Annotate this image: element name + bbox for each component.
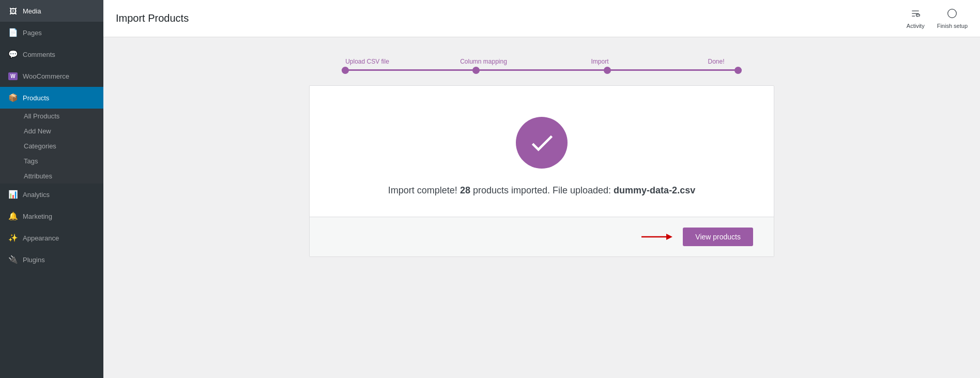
sidebar-item-label: Products (23, 94, 49, 102)
pages-icon: 📄 (8, 28, 18, 37)
sidebar-item-products[interactable]: 📦 Products (0, 87, 103, 109)
sidebar-item-label: Marketing (23, 213, 52, 220)
page-title: Import Products (116, 12, 189, 24)
import-result-card: Import complete! 28 products imported. F… (309, 85, 774, 257)
svg-marker-3 (666, 234, 672, 240)
step-dot-4 (734, 67, 742, 74)
progress-container: Upload CSV file Column mapping Import Do… (116, 50, 968, 71)
view-products-button[interactable]: View products (683, 228, 753, 246)
header-actions: Activity Finish setup (907, 8, 968, 29)
sidebar-item-pages[interactable]: 📄 Pages (0, 22, 103, 43)
sidebar-subitem-attributes[interactable]: Attributes (0, 169, 103, 184)
step-dot-3 (604, 67, 611, 74)
sidebar-subitem-tags[interactable]: Tags (0, 154, 103, 169)
card-body: Import complete! 28 products imported. F… (310, 86, 774, 217)
sidebar-item-label: Media (23, 7, 41, 15)
sidebar-item-media[interactable]: 🖼 Media (0, 0, 103, 22)
sidebar-item-label: Plugins (23, 256, 45, 264)
finish-setup-icon (947, 8, 957, 21)
sidebar-item-marketing[interactable]: 🔔 Marketing (0, 205, 103, 227)
step-import-label: Import (591, 58, 608, 65)
card-footer: View products (310, 217, 774, 256)
products-submenu: All Products Add New Categories Tags Att… (0, 109, 103, 184)
success-prefix: Import complete! (388, 185, 457, 195)
step-dot-1 (342, 67, 349, 74)
appearance-icon: ✨ (8, 233, 18, 243)
page-header: Import Products Activity F (103, 0, 980, 37)
main-area: Import Products Activity F (103, 0, 980, 378)
products-icon: 📦 (8, 93, 18, 102)
sidebar-item-label: Analytics (23, 191, 50, 199)
success-middle: products imported. File uploaded: (473, 185, 611, 195)
sidebar-subitem-add-new[interactable]: Add New (0, 124, 103, 139)
sidebar-subitem-categories[interactable]: Categories (0, 139, 103, 154)
sidebar-item-plugins[interactable]: 🔌 Plugins (0, 249, 103, 270)
page-content: Upload CSV file Column mapping Import Do… (103, 37, 980, 378)
plugins-icon: 🔌 (8, 255, 18, 264)
marketing-icon: 🔔 (8, 211, 18, 221)
media-icon: 🖼 (8, 6, 18, 16)
finish-setup-label: Finish setup (937, 23, 968, 29)
svg-point-1 (948, 9, 957, 18)
sidebar-item-label: Pages (23, 29, 42, 37)
activity-icon (910, 8, 921, 21)
sidebar-subitem-all-products[interactable]: All Products (0, 109, 103, 124)
success-icon (516, 117, 568, 169)
svg-rect-0 (916, 14, 920, 16)
activity-label: Activity (907, 23, 925, 29)
success-message: Import complete! 28 products imported. F… (330, 185, 753, 196)
success-count: 28 (460, 185, 470, 195)
sidebar-item-appearance[interactable]: ✨ Appearance (0, 227, 103, 249)
woo-icon: W (8, 71, 18, 81)
sidebar: 🖼 Media 📄 Pages 💬 Comments W WooCommerce… (0, 0, 103, 378)
success-filename: dummy-data-2.csv (614, 185, 695, 195)
sidebar-item-label: Comments (23, 51, 55, 58)
arrow-indicator (641, 231, 672, 243)
sidebar-item-label: WooCommerce (23, 72, 69, 80)
analytics-icon: 📊 (8, 190, 18, 199)
step-dot-2 (472, 67, 480, 74)
sidebar-item-woocommerce[interactable]: W WooCommerce (0, 65, 103, 87)
sidebar-item-label: Appearance (23, 234, 59, 242)
step-upload-label: Upload CSV file (345, 58, 389, 65)
step-mapping-label: Column mapping (460, 58, 507, 65)
sidebar-item-comments[interactable]: 💬 Comments (0, 43, 103, 65)
comments-icon: 💬 (8, 50, 18, 59)
sidebar-item-analytics[interactable]: 📊 Analytics (0, 184, 103, 205)
activity-button[interactable]: Activity (907, 8, 925, 29)
finish-setup-button[interactable]: Finish setup (937, 8, 968, 29)
step-done-label: Done! (708, 58, 724, 65)
